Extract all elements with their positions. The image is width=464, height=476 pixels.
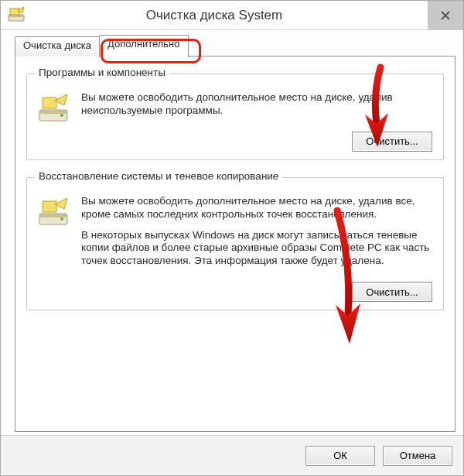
svg-point-9 [60, 217, 63, 221]
close-icon [441, 11, 450, 20]
svg-rect-10 [43, 201, 56, 212]
drive-broom-icon [36, 195, 70, 276]
cancel-button[interactable]: Отмена [383, 446, 452, 466]
drive-broom-icon [36, 91, 70, 125]
programs-text: Вы можете освободить дополнительное мест… [81, 91, 434, 118]
tab-label: Очистка диска [23, 39, 91, 51]
group-body: Вы можете освободить дополнительное мест… [36, 195, 434, 276]
group-description: Вы можете освободить дополнительное мест… [81, 195, 434, 276]
client-area: Очистка диска Дополнительно Программы и … [1, 30, 463, 435]
group-legend: Восстановление системы и теневое копиров… [35, 170, 282, 182]
group-legend: Программы и компоненты [35, 67, 169, 78]
clean-programs-button[interactable]: Очистить... [352, 132, 432, 152]
restore-text-1: Вы можете освободить дополнительное мест… [81, 195, 434, 221]
group-programs-components: Программы и компоненты Вы можете освобод… [26, 74, 444, 160]
tab-advanced[interactable]: Дополнительно [99, 35, 189, 57]
tab-label: Дополнительно [107, 38, 180, 50]
dialog-window: Очистка диска System Очистка диска Допол… [0, 0, 464, 476]
titlebar: Очистка диска System [1, 1, 463, 30]
svg-rect-2 [10, 9, 19, 15]
disk-cleanup-icon [7, 5, 26, 24]
window-title: Очистка диска System [1, 8, 428, 23]
dialog-button-bar: ОК Отмена [1, 435, 463, 475]
clean-restore-button[interactable]: Очистить... [352, 282, 432, 302]
group-description: Вы можете освободить дополнительное мест… [81, 91, 434, 125]
close-button[interactable] [428, 1, 463, 30]
svg-rect-6 [43, 98, 56, 108]
svg-point-5 [60, 114, 63, 117]
group-system-restore: Восстановление системы и теневое копиров… [26, 177, 444, 310]
svg-rect-4 [39, 110, 67, 114]
group-body: Вы можете освободить дополнительное мест… [36, 91, 434, 125]
ok-button[interactable]: ОК [305, 446, 375, 466]
tab-disk-cleanup[interactable]: Очистка диска [15, 36, 100, 57]
tab-strip: Очистка диска Дополнительно [15, 35, 455, 57]
svg-rect-8 [39, 214, 67, 217]
restore-text-2: В некоторых выпусках Windows на диск мог… [81, 229, 434, 269]
tab-panel-advanced: Программы и компоненты Вы можете освобод… [15, 56, 455, 432]
